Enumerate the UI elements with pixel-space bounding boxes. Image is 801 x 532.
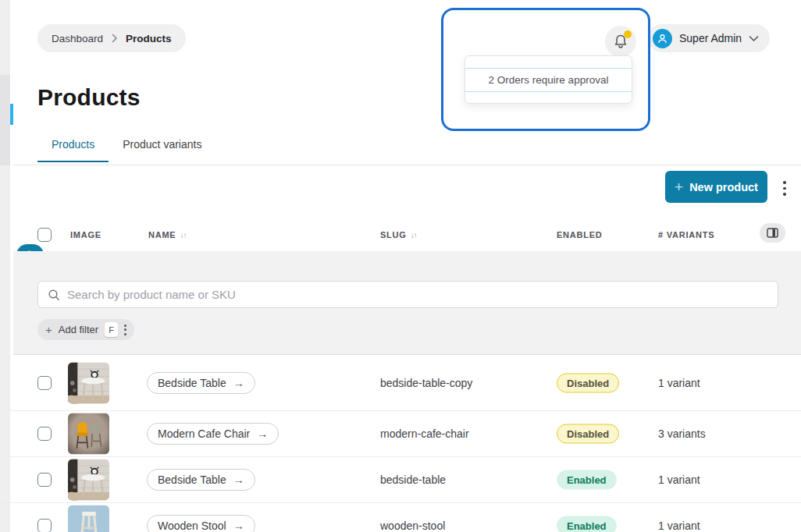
- variant-count: 1 variant: [658, 473, 700, 486]
- arrow-right-icon: →: [233, 520, 244, 532]
- table-row[interactable]: Wooden Stool → wooden-stool Enabled 1 va…: [0, 503, 801, 532]
- divider: [13, 165, 801, 165]
- product-slug: bedside-table-copy: [380, 377, 472, 389]
- column-header-slug: SLUG ↓↑: [380, 230, 417, 239]
- table-row[interactable]: Modern Cafe Chair → modern-cafe-chair Di…: [0, 411, 801, 457]
- product-name-link[interactable]: Modern Cafe Chair →: [147, 423, 279, 445]
- user-menu[interactable]: Super Admin: [648, 24, 770, 52]
- breadcrumb-products: Products: [126, 33, 172, 44]
- tab-bar: Products Product variants: [37, 138, 215, 162]
- product-image: [68, 505, 109, 532]
- row-checkbox[interactable]: [37, 376, 52, 390]
- column-settings-button[interactable]: [760, 223, 785, 243]
- column-header-image: IMAGE: [70, 230, 101, 239]
- keyboard-shortcut-badge: F: [105, 322, 118, 337]
- tab-products[interactable]: Products: [37, 138, 109, 162]
- toolbar-kebab-menu[interactable]: [781, 179, 789, 198]
- notifications-popup: 2 Orders require approval: [465, 55, 632, 104]
- status-badge: Enabled: [557, 470, 617, 490]
- column-header-name: NAME ↓↑: [148, 230, 186, 239]
- variant-count: 1 variant: [658, 377, 700, 389]
- filter-kebab-menu[interactable]: [124, 325, 126, 335]
- row-checkbox[interactable]: [37, 473, 52, 487]
- product-image: [68, 413, 109, 455]
- columns-icon: [767, 228, 778, 238]
- table-row[interactable]: Bedside Table → bedside-table-copy Disab…: [0, 356, 801, 411]
- new-product-button[interactable]: + New product: [665, 171, 767, 203]
- row-checkbox[interactable]: [37, 519, 52, 532]
- product-slug: modern-cafe-chair: [380, 427, 469, 440]
- add-filter-button[interactable]: + Add filter F: [37, 319, 134, 340]
- product-name-link[interactable]: Bedside Table →: [147, 469, 255, 491]
- breadcrumb: Dashboard Products: [37, 24, 186, 52]
- product-name-link[interactable]: Bedside Table →: [147, 372, 255, 394]
- chevron-right-icon: [111, 34, 118, 43]
- sort-icon[interactable]: ↓↑: [411, 231, 417, 239]
- arrow-right-icon: →: [233, 377, 244, 389]
- column-header-variants: # VARIANTS: [658, 230, 714, 239]
- variant-count: 1 variant: [658, 520, 700, 532]
- product-name: Wooden Stool: [158, 520, 226, 532]
- notification-item[interactable]: 2 Orders require approval: [465, 68, 632, 92]
- status-badge: Enabled: [557, 516, 617, 532]
- search-input[interactable]: [67, 288, 768, 301]
- status-badge: Disabled: [557, 374, 619, 393]
- product-name-link[interactable]: Wooden Stool →: [147, 515, 255, 532]
- nav-accent-bar: [10, 104, 13, 125]
- chevron-down-icon: [749, 35, 759, 42]
- plus-icon: +: [45, 324, 52, 335]
- user-name: Super Admin: [679, 32, 742, 44]
- avatar: [653, 29, 672, 48]
- sort-icon[interactable]: ↓↑: [180, 231, 186, 239]
- breadcrumb-dashboard[interactable]: Dashboard: [52, 33, 103, 44]
- product-name: Bedside Table: [158, 377, 226, 389]
- products-page: Dashboard Products Super Admin 2 Orders …: [0, 0, 801, 532]
- product-slug: bedside-table: [380, 473, 446, 486]
- notifications-button[interactable]: [605, 26, 636, 57]
- product-name: Modern Cafe Chair: [158, 427, 250, 440]
- product-slug: wooden-stool: [380, 520, 445, 532]
- arrow-right-icon: →: [257, 427, 268, 440]
- left-scrollbar-thumb[interactable]: [0, 75, 10, 165]
- page-title: Products: [37, 84, 141, 111]
- search-box: [37, 281, 778, 308]
- column-header-enabled: ENABLED: [557, 230, 603, 239]
- table-row[interactable]: Bedside Table → bedside-table Enabled 1 …: [0, 457, 801, 503]
- product-name: Bedside Table: [158, 473, 226, 486]
- product-image: [68, 363, 109, 404]
- plus-icon: +: [675, 179, 683, 194]
- select-all-checkbox[interactable]: [37, 228, 52, 242]
- notification-dot: [624, 30, 632, 38]
- status-badge: Disabled: [557, 424, 619, 444]
- bell-icon: [613, 34, 628, 49]
- product-image: [68, 459, 109, 501]
- variant-count: 3 variants: [658, 427, 706, 440]
- row-checkbox[interactable]: [37, 427, 52, 441]
- filter-bar: + Add filter F: [13, 251, 801, 355]
- tab-product-variants[interactable]: Product variants: [109, 138, 215, 162]
- search-icon: [48, 289, 60, 301]
- arrow-right-icon: →: [233, 473, 244, 486]
